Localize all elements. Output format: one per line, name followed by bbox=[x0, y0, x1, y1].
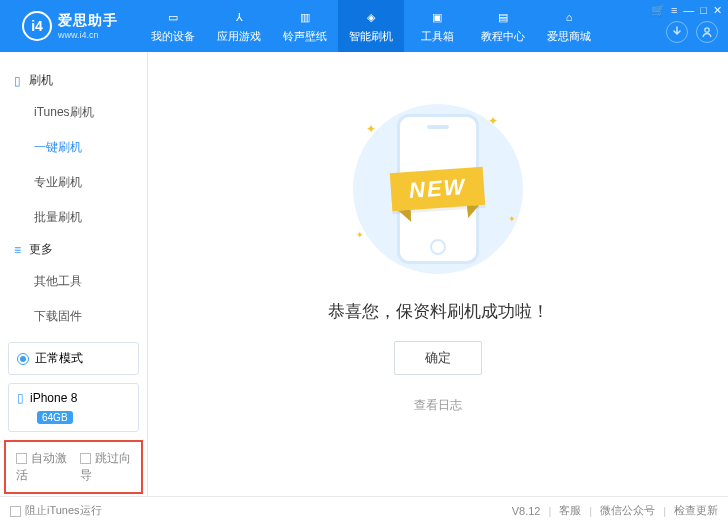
nav-tutorials[interactable]: ▤ 教程中心 bbox=[470, 0, 536, 52]
nav-label: 智能刷机 bbox=[349, 29, 393, 44]
sidebar-group-title: 更多 bbox=[29, 241, 53, 258]
device-storage-badge: 64GB bbox=[37, 411, 73, 424]
brand-name: 爱思助手 bbox=[58, 12, 118, 30]
svg-point-0 bbox=[705, 28, 709, 32]
nav-toolbox[interactable]: ▣ 工具箱 bbox=[404, 0, 470, 52]
device-card[interactable]: ▯ iPhone 8 64GB bbox=[8, 383, 139, 432]
nav-apps[interactable]: ⅄ 应用游戏 bbox=[206, 0, 272, 52]
flash-options-row: 自动激活 跳过向导 bbox=[4, 440, 143, 494]
nav-my-device[interactable]: ▭ 我的设备 bbox=[140, 0, 206, 52]
close-button[interactable]: ✕ bbox=[713, 4, 722, 17]
sidebar-item-other-tools[interactable]: 其他工具 bbox=[34, 264, 147, 299]
wallpaper-icon: ▥ bbox=[296, 8, 314, 26]
mode-label: 正常模式 bbox=[35, 350, 83, 367]
nav-label: 工具箱 bbox=[421, 29, 454, 44]
check-update-link[interactable]: 检查更新 bbox=[674, 503, 718, 518]
nav-label: 铃声壁纸 bbox=[283, 29, 327, 44]
header-actions bbox=[666, 21, 718, 43]
phone-icon: ▯ bbox=[14, 74, 21, 88]
sidebar: ▯ 刷机 iTunes刷机 一键刷机 专业刷机 批量刷机 ≡ 更多 其他工具 下… bbox=[0, 52, 148, 496]
checkbox-label: 阻止iTunes运行 bbox=[25, 504, 102, 516]
sidebar-item-one-click-flash[interactable]: 一键刷机 bbox=[34, 130, 147, 165]
store-icon: ⌂ bbox=[560, 8, 578, 26]
sidebar-item-batch-flash[interactable]: 批量刷机 bbox=[34, 200, 147, 235]
sidebar-item-advanced[interactable]: 高级功能 bbox=[34, 334, 147, 342]
title-bar: i4 爱思助手 www.i4.cn ▭ 我的设备 ⅄ 应用游戏 ▥ 铃声壁纸 ◈… bbox=[0, 0, 728, 52]
device-icon: ▯ bbox=[17, 391, 24, 405]
version-label: V8.12 bbox=[512, 505, 541, 517]
maximize-button[interactable]: □ bbox=[700, 4, 707, 16]
menu-icon[interactable]: ≡ bbox=[671, 4, 677, 16]
toolbox-icon: ▣ bbox=[428, 8, 446, 26]
success-message: 恭喜您，保资料刷机成功啦！ bbox=[328, 300, 549, 323]
nav-ringtones[interactable]: ▥ 铃声壁纸 bbox=[272, 0, 338, 52]
nav-store[interactable]: ⌂ 爱思商城 bbox=[536, 0, 602, 52]
download-icon bbox=[671, 26, 683, 38]
auto-activate-checkbox[interactable]: 自动激活 bbox=[16, 450, 68, 484]
device-icon: ▭ bbox=[164, 8, 182, 26]
sidebar-group-title: 刷机 bbox=[29, 72, 53, 89]
new-ribbon: NEW bbox=[390, 167, 486, 211]
sidebar-group-flash[interactable]: ▯ 刷机 bbox=[0, 66, 147, 95]
cart-icon[interactable]: 🛒 bbox=[651, 4, 665, 17]
sidebar-group-more[interactable]: ≡ 更多 bbox=[0, 235, 147, 264]
device-mode-card[interactable]: 正常模式 bbox=[8, 342, 139, 375]
wechat-link[interactable]: 微信公众号 bbox=[600, 503, 655, 518]
device-name: iPhone 8 bbox=[30, 391, 77, 405]
download-button[interactable] bbox=[666, 21, 688, 43]
nav-label: 爱思商城 bbox=[547, 29, 591, 44]
logo-icon: i4 bbox=[22, 11, 52, 41]
nav-label: 教程中心 bbox=[481, 29, 525, 44]
app-logo: i4 爱思助手 www.i4.cn bbox=[0, 0, 140, 52]
skip-guide-checkbox[interactable]: 跳过向导 bbox=[80, 450, 132, 484]
mode-indicator-icon bbox=[17, 353, 29, 365]
view-log-link[interactable]: 查看日志 bbox=[414, 397, 462, 414]
apps-icon: ⅄ bbox=[230, 8, 248, 26]
sidebar-item-download-fw[interactable]: 下载固件 bbox=[34, 299, 147, 334]
main-content: ✦ ✦ ✦ ✦ NEW 恭喜您，保资料刷机成功啦！ 确定 查看日志 bbox=[148, 52, 728, 496]
brand-url: www.i4.cn bbox=[58, 30, 118, 40]
success-illustration: ✦ ✦ ✦ ✦ NEW bbox=[338, 104, 538, 274]
tutorial-icon: ▤ bbox=[494, 8, 512, 26]
status-bar: 阻止iTunes运行 V8.12 | 客服 | 微信公众号 | 检查更新 bbox=[0, 496, 728, 524]
sidebar-item-itunes-flash[interactable]: iTunes刷机 bbox=[34, 95, 147, 130]
sidebar-item-pro-flash[interactable]: 专业刷机 bbox=[34, 165, 147, 200]
flash-icon: ◈ bbox=[362, 8, 380, 26]
confirm-button[interactable]: 确定 bbox=[394, 341, 482, 375]
top-nav: ▭ 我的设备 ⅄ 应用游戏 ▥ 铃声壁纸 ◈ 智能刷机 ▣ 工具箱 ▤ 教程中心… bbox=[140, 0, 613, 52]
account-button[interactable] bbox=[696, 21, 718, 43]
block-itunes-checkbox[interactable]: 阻止iTunes运行 bbox=[10, 503, 102, 518]
nav-label: 我的设备 bbox=[151, 29, 195, 44]
list-icon: ≡ bbox=[14, 243, 21, 257]
minimize-button[interactable]: — bbox=[683, 4, 694, 16]
nav-label: 应用游戏 bbox=[217, 29, 261, 44]
nav-flash[interactable]: ◈ 智能刷机 bbox=[338, 0, 404, 52]
support-link[interactable]: 客服 bbox=[559, 503, 581, 518]
user-icon bbox=[701, 26, 713, 38]
